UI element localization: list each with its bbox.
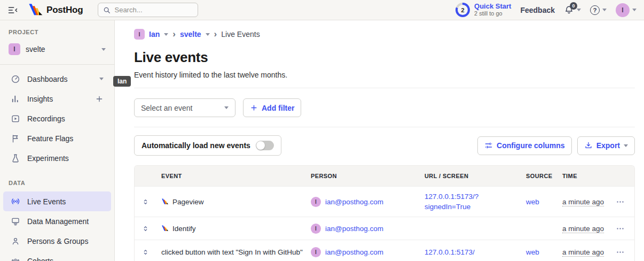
configure-columns-button[interactable]: Configure columns xyxy=(477,136,572,155)
help-menu[interactable] xyxy=(590,5,607,15)
table-controls: Automatically load new events Configure … xyxy=(134,127,635,165)
flask-icon xyxy=(11,153,20,163)
sidebar-item-cohorts[interactable]: Cohorts xyxy=(3,251,111,261)
project-name: svelte xyxy=(26,45,96,53)
breadcrumb-user-link[interactable]: Ian xyxy=(149,30,160,39)
live-events-table: EVENT PERSON URL / SCREEN SOURCE TIME Pa… xyxy=(134,165,635,261)
monitor-icon xyxy=(11,217,20,226)
export-button[interactable]: Export xyxy=(577,136,635,155)
sidebar-item-label: Recordings xyxy=(27,114,104,123)
autoload-toggle[interactable] xyxy=(256,141,274,150)
person-link[interactable]: ian@posthog.com xyxy=(325,198,383,206)
breadcrumb-separator-icon xyxy=(172,30,176,39)
download-icon xyxy=(584,141,593,150)
sliders-icon xyxy=(484,141,493,150)
row-menu-button[interactable] xyxy=(616,248,634,257)
flag-icon xyxy=(11,134,20,143)
row-expander[interactable] xyxy=(135,248,161,256)
top-bar: PostHog 2 Quick Start 2 still to go Feed… xyxy=(0,0,644,20)
sidebar-item-persons-groups[interactable]: Persons & Groups xyxy=(3,231,111,251)
source-link[interactable]: web xyxy=(526,198,539,206)
plus-icon xyxy=(250,104,258,112)
new-insight-plus-icon[interactable] xyxy=(95,95,104,103)
notification-badge: 0 xyxy=(570,2,577,10)
chevron-down-icon xyxy=(632,9,637,11)
sidebar-item-label: Experiments xyxy=(27,154,104,163)
event-time: a minute ago xyxy=(562,225,604,233)
sidebar-item-label: Feature Flags xyxy=(27,134,104,143)
data-section-label: DATA xyxy=(0,180,114,186)
filter-row: Select an event Add filter xyxy=(134,88,635,127)
posthog-logo[interactable]: PostHog xyxy=(28,3,83,17)
autoload-toggle-box[interactable]: Automatically load new events xyxy=(134,135,281,156)
search-input[interactable] xyxy=(114,6,193,14)
page-title: Live events xyxy=(134,49,635,66)
sidebar-item-label: Dashboards xyxy=(27,75,92,83)
row-expander[interactable] xyxy=(135,198,161,206)
export-label: Export xyxy=(596,141,620,150)
row-menu-button[interactable] xyxy=(616,224,634,233)
event-url-link[interactable]: 127.0.0.1:5173/ xyxy=(425,248,475,256)
add-filter-button[interactable]: Add filter xyxy=(243,98,301,117)
user-avatar: I xyxy=(616,3,630,17)
notifications-menu[interactable]: 0 xyxy=(564,5,581,15)
chevron-down-icon xyxy=(224,106,229,109)
table-row: Identify I ian@posthog.com a minute ago xyxy=(135,217,634,240)
event-url-link[interactable]: 127.0.0.1:5173/? signedIn=True xyxy=(425,193,478,211)
posthog-event-icon xyxy=(161,225,169,232)
event-name: Identify xyxy=(172,225,196,233)
quick-start-count: 2 xyxy=(458,5,468,15)
global-search[interactable] xyxy=(98,3,198,17)
quick-start-widget[interactable]: 2 Quick Start 2 still to go xyxy=(455,3,511,17)
posthog-event-icon xyxy=(161,198,169,205)
column-header-url: URL / SCREEN xyxy=(425,173,526,179)
quick-start-subtitle: 2 still to go xyxy=(474,10,511,17)
sidebar-item-experiments[interactable]: Experiments xyxy=(3,148,111,168)
autoload-label: Automatically load new events xyxy=(142,141,250,150)
bell-icon: 0 xyxy=(564,5,574,15)
user-menu[interactable]: I xyxy=(616,3,637,17)
sidebar-item-live-events[interactable]: Live Events xyxy=(3,191,111,211)
help-icon xyxy=(590,5,600,15)
column-header-event: EVENT xyxy=(161,173,311,179)
column-header-person: PERSON xyxy=(311,173,425,179)
table-row: clicked button with text "Sign In with G… xyxy=(135,240,634,261)
add-filter-label: Add filter xyxy=(262,104,294,112)
person-link[interactable]: ian@posthog.com xyxy=(325,225,383,233)
breadcrumb-current-page: Live Events xyxy=(221,30,260,39)
sidebar-item-insights[interactable]: Insights xyxy=(3,89,111,109)
live-broadcast-icon xyxy=(11,196,20,206)
column-header-source: SOURCE xyxy=(526,173,562,179)
sidebar-item-recordings[interactable]: Recordings xyxy=(3,109,111,128)
configure-columns-label: Configure columns xyxy=(497,141,565,150)
collapse-sidebar-icon[interactable] xyxy=(7,5,18,16)
sidebar-item-dashboards[interactable]: Dashboards xyxy=(3,69,111,89)
sidebar: PROJECT I svelte Dashboards Insights xyxy=(0,20,115,261)
table-header-row: EVENT PERSON URL / SCREEN SOURCE TIME xyxy=(135,166,634,186)
table-row: Pageview I ian@posthog.com 127.0.0.1:517… xyxy=(135,186,634,217)
event-name: clicked button with text "Sign In with G… xyxy=(161,248,303,256)
breadcrumb-project-link[interactable]: svelte xyxy=(180,30,201,39)
sidebar-item-data-management[interactable]: Data Management xyxy=(3,211,111,231)
chevron-down-icon xyxy=(577,9,581,11)
breadcrumb-separator-icon xyxy=(214,30,217,39)
project-section-label: PROJECT xyxy=(0,29,114,35)
event-time: a minute ago xyxy=(562,198,604,206)
source-link[interactable]: web xyxy=(526,248,539,256)
row-expander[interactable] xyxy=(135,225,161,233)
event-select[interactable]: Select an event xyxy=(134,98,235,117)
row-menu-button[interactable] xyxy=(616,197,634,206)
url-line: signedIn=True xyxy=(425,203,470,211)
event-select-value: Select an event xyxy=(141,104,193,112)
search-icon xyxy=(103,6,111,14)
project-avatar: I xyxy=(9,43,20,55)
sidebar-divider xyxy=(0,64,114,65)
project-switcher[interactable]: I svelte xyxy=(0,41,114,58)
chevron-down-icon xyxy=(164,33,168,36)
quick-start-progress-ring: 2 xyxy=(455,3,470,17)
chevron-down-icon xyxy=(602,9,607,11)
feedback-button[interactable]: Feedback xyxy=(520,6,555,14)
sidebar-item-feature-flags[interactable]: Feature Flags xyxy=(3,128,111,148)
person-link[interactable]: ian@posthog.com xyxy=(325,248,383,256)
breadcrumb-user-avatar: I xyxy=(134,29,145,40)
